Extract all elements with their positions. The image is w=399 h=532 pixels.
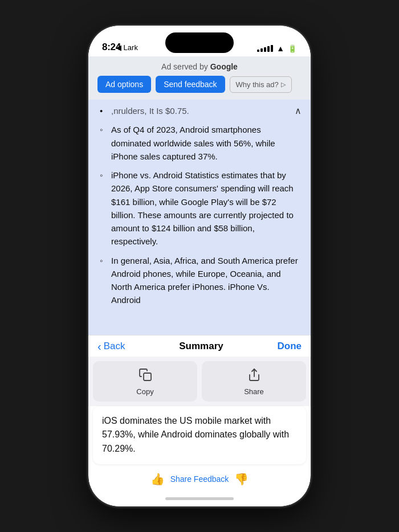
bullet-icon: • bbox=[100, 104, 103, 117]
feedback-row: 👍 Share Feedback 👎 bbox=[88, 469, 311, 490]
signal-icon bbox=[257, 45, 273, 52]
bullet-icon: ◦ bbox=[100, 123, 103, 136]
article-item-text: ,nrulders, It Is $0.75. bbox=[111, 106, 189, 116]
phone-screen: ◀ Lark 8:24 ▲ 🔋 Ad served by Google bbox=[88, 26, 311, 506]
status-bar: ◀ Lark 8:24 ▲ 🔋 bbox=[88, 26, 311, 56]
status-icons: ▲ 🔋 bbox=[257, 44, 297, 53]
bullet-icon: ◦ bbox=[100, 254, 103, 267]
wifi-icon: ▲ bbox=[276, 44, 284, 53]
svg-rect-0 bbox=[144, 373, 151, 380]
action-row: Copy Share bbox=[88, 357, 311, 406]
article-inner: • ,nrulders, It Is $0.75. ◦ As of Q4 of … bbox=[100, 100, 299, 307]
article-item-text: iPhone vs. Android Statistics estimates … bbox=[111, 170, 294, 246]
bullet-icon: ◦ bbox=[100, 169, 103, 182]
ad-options-button[interactable]: Ad options bbox=[97, 76, 151, 93]
copy-icon bbox=[139, 368, 152, 385]
ad-buttons-row: Ad options Send feedback Why this ad? ▷ bbox=[97, 76, 302, 93]
article-content: ∧ • ,nrulders, It Is $0.75. ◦ As of Q4 o… bbox=[88, 100, 311, 335]
why-this-ad-button[interactable]: Why this ad? ▷ bbox=[230, 76, 292, 93]
article-item-text: In general, Asia, Africa, and South Amer… bbox=[111, 256, 298, 305]
home-bar bbox=[165, 497, 234, 500]
play-icon: ▷ bbox=[281, 81, 286, 88]
dynamic-island bbox=[165, 32, 234, 53]
summary-text: iOS dominates the US mobile market with … bbox=[102, 416, 289, 454]
send-feedback-button[interactable]: Send feedback bbox=[156, 76, 225, 93]
ad-served-label: Ad served by Google bbox=[97, 62, 302, 71]
thumbs-up-icon[interactable]: 👍 bbox=[150, 472, 165, 486]
share-icon bbox=[247, 368, 261, 385]
phone-frame: ◀ Lark 8:24 ▲ 🔋 Ad served by Google bbox=[88, 26, 311, 506]
back-label: Back bbox=[104, 341, 125, 352]
bottom-nav: ‹ Back Summary Done bbox=[88, 335, 311, 357]
article-item-text: As of Q4 of 2023, Android smartphones do… bbox=[111, 125, 275, 161]
done-button[interactable]: Done bbox=[277, 341, 302, 352]
list-item: ◦ In general, Asia, Africa, and South Am… bbox=[100, 254, 299, 307]
home-indicator bbox=[88, 490, 311, 506]
list-item: ◦ iPhone vs. Android Statistics estimate… bbox=[100, 169, 299, 248]
back-button[interactable]: ‹ Back bbox=[97, 340, 125, 353]
list-item: • ,nrulders, It Is $0.75. bbox=[100, 104, 299, 117]
battery-icon: 🔋 bbox=[288, 44, 297, 53]
carrier-label: ◀ Lark bbox=[116, 43, 138, 52]
article-list: • ,nrulders, It Is $0.75. ◦ As of Q4 of … bbox=[100, 104, 299, 307]
feedback-label: Share Feedback bbox=[170, 474, 229, 484]
nav-title: Summary bbox=[179, 341, 223, 352]
ad-banner: Ad served by Google Ad options Send feed… bbox=[88, 56, 311, 100]
copy-button[interactable]: Copy bbox=[93, 361, 197, 402]
thumbs-down-icon[interactable]: 👎 bbox=[234, 472, 249, 486]
share-label: Share bbox=[244, 387, 264, 396]
copy-label: Copy bbox=[136, 387, 153, 396]
share-button[interactable]: Share bbox=[202, 361, 306, 402]
chevron-left-icon: ‹ bbox=[97, 340, 101, 353]
content-area: Ad served by Google Ad options Send feed… bbox=[88, 56, 311, 335]
google-label: Google bbox=[210, 62, 238, 71]
list-item: ◦ As of Q4 of 2023, Android smartphones … bbox=[100, 123, 299, 163]
summary-card: iOS dominates the US mobile market with … bbox=[93, 406, 306, 464]
